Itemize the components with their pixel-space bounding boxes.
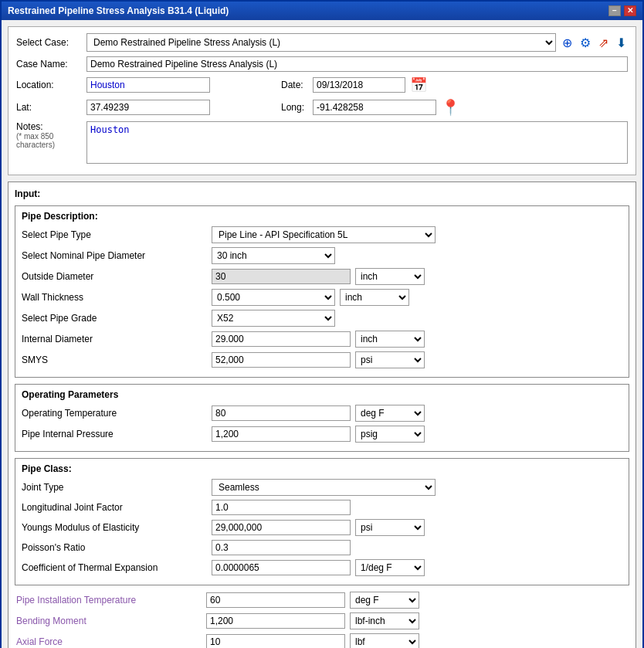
outside-diameter-input — [212, 269, 351, 284]
case-name-input[interactable] — [86, 56, 628, 72]
lat-input[interactable] — [86, 100, 210, 115]
nominal-diameter-label: Select Nominal Pipe Diameter — [22, 250, 207, 261]
wall-thickness-unit-select[interactable]: inch — [340, 289, 409, 306]
pipe-install-temp-unit-select[interactable]: deg F — [350, 592, 419, 609]
top-panel: Select Case: Demo Restrained Pipeline St… — [8, 26, 636, 175]
input-title: Input: — [15, 188, 629, 199]
poissons-ratio-row: Poisson's Ratio — [22, 540, 622, 555]
location-date-row: Location: Date: 📅 — [16, 76, 628, 93]
bending-moment-row: Bending Moment lbf-inch — [15, 612, 629, 629]
date-label: Date: — [281, 80, 308, 90]
internal-diameter-label: Internal Diameter — [22, 334, 207, 344]
pipe-pressure-input[interactable] — [212, 426, 351, 442]
lat-long-row: Lat: Long: 📍 — [16, 98, 628, 117]
smys-label: SMYS — [22, 355, 207, 365]
outside-diameter-row: Outside Diameter inch — [22, 268, 622, 285]
smys-unit-select[interactable]: psi — [355, 351, 425, 368]
pipe-description-subsection: Pipe Description: Select Pipe Type Pipe … — [15, 205, 629, 378]
window-title: Restrained Pipeline Stress Analysis B31.… — [8, 5, 229, 16]
case-name-label: Case Name: — [16, 59, 82, 70]
pipe-class-title: Pipe Class: — [22, 463, 622, 474]
map-pin-icon[interactable]: 📍 — [441, 98, 460, 117]
wall-thickness-row: Wall Thickness 0.500 inch — [22, 289, 622, 306]
location-label: Location: — [16, 80, 82, 90]
long-joint-factor-input[interactable] — [212, 500, 351, 515]
notes-sub: (* max 850 characters) — [16, 132, 82, 149]
new-case-button[interactable]: ⊕ — [561, 36, 574, 50]
smys-input[interactable] — [212, 352, 351, 368]
wall-thickness-select[interactable]: 0.500 — [212, 289, 335, 306]
window-content: Select Case: Demo Restrained Pipeline St… — [2, 20, 642, 648]
youngs-modulus-row: Youngs Modulus of Elasticity psi — [22, 519, 622, 536]
op-temp-row: Operating Temperature deg F — [22, 405, 622, 422]
outside-diameter-unit-select[interactable]: inch — [355, 268, 425, 285]
pipe-grade-select[interactable]: X52 — [212, 310, 335, 327]
op-temp-label: Operating Temperature — [22, 408, 207, 419]
axial-force-unit-select[interactable]: lbf — [350, 633, 419, 648]
long-label: Long: — [281, 102, 308, 113]
youngs-modulus-label: Youngs Modulus of Elasticity — [22, 522, 207, 533]
pipe-pressure-unit-select[interactable]: psig — [355, 426, 425, 443]
settings-button[interactable]: ⚙ — [578, 36, 592, 50]
axial-force-input[interactable] — [206, 634, 345, 648]
thermal-expansion-label: Coefficient of Thermal Expansion — [22, 562, 207, 573]
joint-type-row: Joint Type Seamless — [22, 479, 622, 496]
op-temp-unit-select[interactable]: deg F — [355, 405, 425, 422]
nominal-diameter-select[interactable]: 30 inch — [212, 247, 335, 264]
lat-label: Lat: — [16, 102, 82, 113]
notes-row: Notes: (* max 850 characters) — [16, 121, 628, 164]
youngs-modulus-unit-select[interactable]: psi — [355, 519, 425, 536]
pipe-pressure-label: Pipe Internal Pressure — [22, 429, 207, 439]
long-joint-factor-label: Longitudinal Joint Factor — [22, 502, 207, 513]
thermal-expansion-row: Coefficient of Thermal Expansion 1/deg F — [22, 559, 622, 576]
long-joint-factor-row: Longitudinal Joint Factor — [22, 500, 622, 515]
notes-label-container: Notes: (* max 850 characters) — [16, 121, 82, 149]
long-input[interactable] — [313, 100, 436, 115]
main-window: Restrained Pipeline Stress Analysis B31.… — [0, 0, 644, 648]
pipe-pressure-row: Pipe Internal Pressure psig — [22, 426, 622, 443]
pipe-description-title: Pipe Description: — [22, 211, 622, 222]
select-case-label: Select Case: — [16, 37, 82, 48]
internal-diameter-row: Internal Diameter inch — [22, 331, 622, 348]
input-section: Input: Pipe Description: Select Pipe Typ… — [8, 182, 636, 648]
pipe-type-select[interactable]: Pipe Line - API Specification 5L — [212, 226, 436, 243]
download-button[interactable]: ⬇ — [615, 36, 628, 50]
notes-label: Notes: — [16, 121, 82, 132]
minimize-button[interactable]: − — [608, 5, 621, 16]
pipe-install-temp-input[interactable] — [206, 592, 345, 608]
bending-moment-unit-select[interactable]: lbf-inch — [350, 612, 419, 629]
op-temp-input[interactable] — [212, 405, 351, 421]
close-button[interactable]: ✕ — [624, 5, 636, 16]
pipe-install-temp-label: Pipe Installation Temperature — [16, 595, 202, 606]
select-case-dropdown[interactable]: Demo Restrained Pipeline Stress Analysis… — [86, 33, 556, 52]
poissons-ratio-input[interactable] — [212, 540, 351, 555]
location-input[interactable] — [86, 77, 210, 93]
internal-diameter-input[interactable] — [212, 331, 351, 347]
axial-force-label: Axial Force — [16, 636, 202, 647]
calendar-icon[interactable]: 📅 — [410, 76, 427, 93]
operating-parameters-subsection: Operating Parameters Operating Temperatu… — [15, 384, 629, 452]
share-button[interactable]: ⇗ — [597, 36, 610, 50]
title-bar-buttons: − ✕ — [608, 5, 636, 16]
select-case-row: Select Case: Demo Restrained Pipeline St… — [16, 33, 628, 52]
joint-type-select[interactable]: Seamless — [212, 479, 436, 496]
smys-row: SMYS psi — [22, 351, 622, 368]
pipe-type-row: Select Pipe Type Pipe Line - API Specifi… — [22, 226, 622, 243]
notes-textarea[interactable] — [86, 121, 628, 164]
case-name-row: Case Name: — [16, 56, 628, 72]
thermal-expansion-input[interactable] — [212, 560, 351, 575]
outside-diameter-label: Outside Diameter — [22, 271, 207, 282]
nominal-diameter-row: Select Nominal Pipe Diameter 30 inch — [22, 247, 622, 264]
axial-force-row: Axial Force lbf — [15, 633, 629, 648]
date-input[interactable] — [313, 77, 405, 93]
internal-diameter-unit-select[interactable]: inch — [355, 331, 425, 348]
pipe-class-subsection: Pipe Class: Joint Type Seamless Longitud… — [15, 458, 629, 585]
title-bar: Restrained Pipeline Stress Analysis B31.… — [2, 2, 642, 20]
pipe-grade-row: Select Pipe Grade X52 — [22, 310, 622, 327]
bending-moment-input[interactable] — [206, 613, 345, 629]
thermal-expansion-unit-select[interactable]: 1/deg F — [355, 559, 425, 576]
youngs-modulus-input[interactable] — [212, 520, 351, 535]
bending-moment-label: Bending Moment — [16, 616, 202, 626]
pipe-type-label: Select Pipe Type — [22, 229, 207, 240]
wall-thickness-label: Wall Thickness — [22, 292, 207, 303]
